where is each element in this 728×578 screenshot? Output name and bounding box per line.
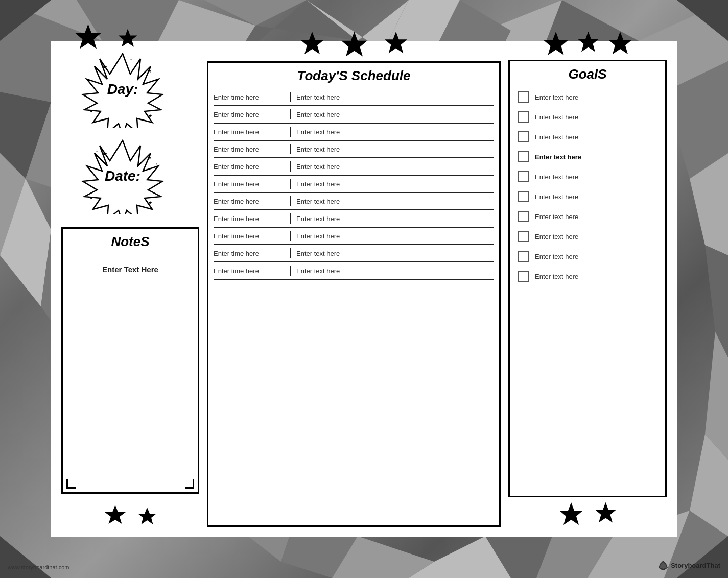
schedule-row: Enter time here Enter text here: [214, 141, 494, 158]
schedule-text-7: Enter text here: [296, 215, 494, 223]
goals-rows: Enter text here Enter text here Enter te…: [518, 87, 657, 286]
schedule-time-5: Enter time here: [214, 180, 285, 188]
svg-marker-68: [544, 32, 568, 55]
goal-row: Enter text here: [518, 167, 657, 187]
brand-label: StoryboardThat: [671, 562, 720, 569]
goal-checkbox-8[interactable]: [518, 251, 529, 262]
left-column: ★ ★ ★ ★ * * Day: ★ ★ ★ ★ * * * Date:: [61, 51, 199, 527]
svg-text:★: ★: [148, 200, 152, 205]
schedule-time-7: Enter time here: [214, 215, 285, 223]
goal-row: Enter text here: [518, 127, 657, 147]
svg-text:*: *: [156, 163, 157, 166]
date-label: Date:: [105, 168, 140, 184]
star-icon-right-top3: [607, 31, 633, 56]
schedule-row: Enter time here Enter text here: [214, 228, 494, 245]
goal-text-1: Enter text here: [535, 113, 578, 121]
goal-text-2: Enter text here: [535, 133, 578, 141]
schedule-row: Enter time here Enter text here: [214, 158, 494, 176]
schedule-text-2: Enter text here: [296, 128, 494, 136]
schedule-divider-3: [290, 144, 291, 154]
star-icon-top3: [384, 31, 408, 55]
schedule-text-10: Enter text here: [296, 267, 494, 275]
svg-text:★: ★: [102, 150, 108, 157]
schedule-divider-0: [290, 92, 291, 102]
schedule-text-3: Enter text here: [296, 146, 494, 153]
schedule-time-4: Enter time here: [214, 163, 285, 171]
goal-row: Enter text here: [518, 207, 657, 227]
center-column: Today'S Schedule Enter time here Enter t…: [207, 51, 501, 527]
goal-text-8: Enter text here: [535, 253, 578, 260]
schedule-time-6: Enter time here: [214, 198, 285, 205]
schedule-time-1: Enter time here: [214, 111, 285, 118]
schedule-row: Enter time here Enter text here: [214, 124, 494, 141]
goal-checkbox-4[interactable]: [518, 171, 529, 182]
star-icon-left2: [137, 507, 157, 527]
schedule-time-2: Enter time here: [214, 128, 285, 136]
schedule-text-6: Enter text here: [296, 198, 494, 205]
star-icon-rb2: [594, 501, 617, 524]
svg-marker-70: [608, 32, 632, 54]
svg-marker-76: [119, 29, 137, 47]
svg-marker-67: [385, 32, 407, 53]
corner-bl: [66, 479, 76, 489]
svg-text:★: ★: [89, 109, 93, 113]
star-icon-left1: [104, 504, 127, 527]
schedule-text-4: Enter text here: [296, 163, 494, 171]
date-starburst: ★ ★ ★ ★ * * * Date:: [61, 138, 184, 214]
svg-marker-66: [341, 32, 367, 56]
schedule-text-9: Enter text here: [296, 250, 494, 257]
schedule-box: Today'S Schedule Enter time here Enter t…: [207, 61, 501, 527]
svg-marker-71: [559, 502, 583, 525]
schedule-text-5: Enter text here: [296, 180, 494, 188]
goal-checkbox-7[interactable]: [518, 231, 529, 242]
svg-text:★: ★: [89, 196, 93, 200]
schedule-divider-5: [290, 179, 291, 189]
schedule-row: Enter time here Enter text here: [214, 245, 494, 262]
watermark-left: www.storyboardthat.com: [8, 564, 69, 570]
goal-text-3: Enter text here: [535, 153, 581, 161]
goal-text-4: Enter text here: [535, 173, 578, 181]
star-icon-right-top1: [543, 31, 569, 57]
schedule-rows: Enter time here Enter text here Enter ti…: [214, 89, 494, 280]
schedule-divider-7: [290, 213, 291, 224]
schedule-time-8: Enter time here: [214, 232, 285, 240]
sched-corner-br: [491, 518, 501, 527]
goal-checkbox-5[interactable]: [518, 191, 529, 202]
top-stars-row: [207, 31, 501, 59]
right-column: GoalS Enter text here Enter text here En…: [508, 51, 667, 527]
svg-text:*: *: [96, 150, 98, 154]
svg-text:★: ★: [147, 155, 152, 160]
goal-row: Enter text here: [518, 227, 657, 247]
schedule-divider-4: [290, 161, 291, 172]
goal-checkbox-0[interactable]: [518, 91, 529, 103]
svg-text:★: ★: [102, 63, 108, 70]
svg-marker-64: [138, 508, 156, 524]
notes-content: Enter Text Here: [68, 265, 193, 274]
goal-row: Enter text here: [518, 87, 657, 107]
svg-marker-44: [0, 536, 51, 578]
svg-text:★: ★: [148, 113, 152, 118]
goal-checkbox-9[interactable]: [518, 271, 529, 282]
goals-corner-bl: [508, 488, 518, 497]
goals-title: GoalS: [518, 66, 657, 82]
notes-box: NoteS Enter Text Here: [61, 227, 199, 494]
goal-checkbox-3[interactable]: [518, 151, 529, 162]
goal-text-5: Enter text here: [535, 193, 578, 201]
goal-checkbox-2[interactable]: [518, 131, 529, 142]
schedule-row: Enter time here Enter text here: [214, 176, 494, 193]
schedule-text-0: Enter text here: [296, 93, 494, 101]
schedule-divider-9: [290, 248, 291, 258]
schedule-divider-2: [290, 127, 291, 137]
goal-checkbox-1[interactable]: [518, 111, 529, 123]
floating-star-1: [74, 23, 102, 51]
schedule-time-9: Enter time here: [214, 250, 285, 257]
goal-checkbox-6[interactable]: [518, 211, 529, 222]
schedule-text-1: Enter text here: [296, 111, 494, 118]
goals-corner-br: [657, 488, 667, 497]
goal-text-0: Enter text here: [535, 93, 578, 101]
schedule-time-3: Enter time here: [214, 146, 285, 153]
schedule-row: Enter time here Enter text here: [214, 89, 494, 106]
schedule-row: Enter time here Enter text here: [214, 262, 494, 280]
goal-text-9: Enter text here: [535, 273, 578, 280]
notes-inner: NoteS Enter Text Here: [68, 234, 193, 487]
